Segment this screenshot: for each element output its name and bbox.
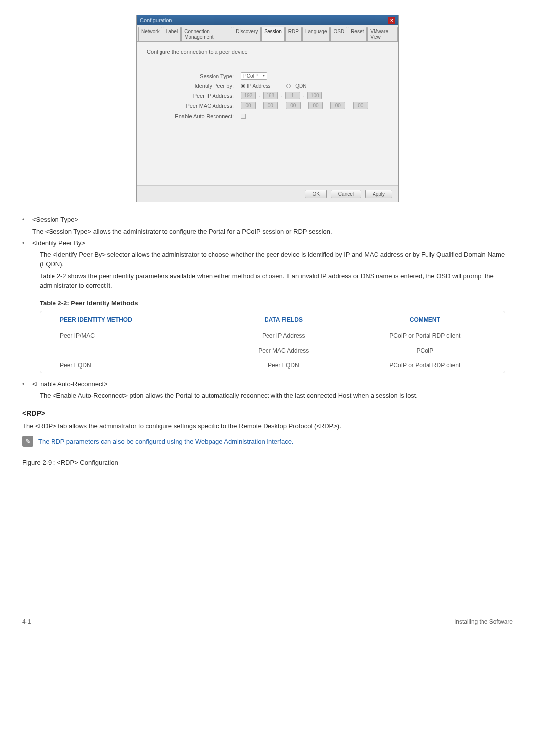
list-item: • <Enable Auto-Reconnect> [22, 379, 513, 389]
dialog-wrapper: Configuration × Network Label Connection… [22, 15, 513, 202]
session-type-select[interactable]: PCoIP [241, 72, 267, 80]
ip-octet[interactable]: 1 [285, 92, 300, 99]
tab-discovery[interactable]: Discovery [233, 27, 261, 41]
bullet-title: <Enable Auto-Reconnect> [32, 379, 513, 389]
dialog-title: Configuration [140, 17, 172, 23]
auto-reconnect-label: Enable Auto-Reconnect: [147, 113, 241, 119]
table-row: Peer MAC Address PCoIP [40, 343, 505, 358]
tab-connection-management[interactable]: Connection Management [181, 27, 232, 41]
mac-octet[interactable]: 00 [241, 102, 256, 109]
dialog-body: Configure the connection to a peer devic… [137, 42, 398, 185]
bullet-icon: • [22, 379, 32, 389]
page-footer: 4-1 Installing the Software [22, 615, 513, 625]
list-item: • <Session Type> [22, 215, 513, 225]
table-title: Table 2-2: Peer Identity Methods [40, 300, 513, 307]
list-item: • <Identify Peer By> [22, 238, 513, 248]
table-row: Peer FQDN Peer FQDN PCoIP or Portal RDP … [40, 358, 505, 373]
peer-mac-label: Peer MAC Address: [147, 103, 241, 109]
table-row: Peer IP/MAC Peer IP Address PCoIP or Por… [40, 328, 505, 343]
table-header: DATA FIELDS [222, 311, 345, 328]
peer-identity-table: PEER IDENTITY METHOD DATA FIELDS COMMENT… [40, 311, 505, 373]
footer-left: 4-1 [22, 618, 31, 625]
peer-ip-value: 192. 168. 1. 100 [241, 92, 322, 99]
tab-language[interactable]: Language [302, 27, 330, 41]
paragraph: The <RDP> tab allows the administrator t… [22, 421, 513, 431]
bullet-icon: • [22, 238, 32, 248]
paragraph: The <Session Type> allows the administra… [32, 227, 513, 237]
dialog-desc: Configure the connection to a peer devic… [147, 49, 388, 55]
figure-label: Figure 2-9 : <RDP> Configuration [22, 459, 513, 466]
tab-session[interactable]: Session [261, 27, 285, 41]
table-wrapper: PEER IDENTITY METHOD DATA FIELDS COMMENT… [40, 311, 513, 373]
bullet-icon: • [22, 215, 32, 225]
table-header: COMMENT [345, 311, 505, 328]
mac-octet[interactable]: 00 [330, 102, 345, 109]
table-header-row: PEER IDENTITY METHOD DATA FIELDS COMMENT [40, 311, 505, 328]
note-icon: ✎ [22, 436, 33, 447]
tab-vmware-view[interactable]: VMware View [367, 27, 398, 41]
mac-octet[interactable]: 00 [308, 102, 323, 109]
mac-octet[interactable]: 00 [353, 102, 368, 109]
tab-rdp[interactable]: RDP [285, 27, 302, 41]
tab-label[interactable]: Label [163, 27, 181, 41]
note-text: The RDP parameters can also be configure… [38, 436, 293, 447]
mac-octet[interactable]: 00 [286, 102, 301, 109]
bullet-title: <Identify Peer By> [32, 238, 513, 248]
footer-right: Installing the Software [454, 618, 513, 625]
session-type-label: Session Type: [147, 73, 241, 79]
auto-reconnect-checkbox[interactable] [241, 114, 246, 119]
ip-octet[interactable]: 168 [263, 92, 278, 99]
cancel-button[interactable]: Cancel [331, 190, 361, 198]
close-icon[interactable]: × [388, 17, 395, 24]
table-header: PEER IDENTITY METHOD [40, 311, 222, 328]
ip-octet[interactable]: 192 [241, 92, 256, 99]
paragraph: Table 2-2 shows the peer identity parame… [40, 271, 513, 291]
dialog-footer: OK Cancel Apply [137, 185, 398, 202]
bullet-title: <Session Type> [32, 215, 513, 225]
ip-octet[interactable]: 100 [307, 92, 322, 99]
section-heading: <RDP> [22, 409, 513, 417]
config-dialog: Configuration × Network Label Connection… [136, 15, 399, 202]
radio-fqdn[interactable]: FQDN [286, 83, 306, 89]
tab-network[interactable]: Network [138, 27, 162, 41]
peer-mac-value: 00- 00- 00- 00- 00- 00 [241, 102, 368, 109]
identify-peer-label: Identify Peer by: [147, 83, 241, 89]
tab-reset[interactable]: Reset [348, 27, 367, 41]
paragraph: The <Enable Auto-Reconnect> ption allows… [40, 391, 513, 401]
ok-button[interactable]: OK [305, 190, 326, 198]
apply-button[interactable]: Apply [365, 190, 392, 198]
radio-ip-address[interactable]: IP Address [241, 83, 270, 89]
note: ✎ The RDP parameters can also be configu… [22, 436, 513, 447]
tab-osd[interactable]: OSD [330, 27, 347, 41]
peer-ip-label: Peer IP Address: [147, 93, 241, 99]
paragraph: The <Identify Peer By> selector allows t… [40, 250, 513, 269]
mac-octet[interactable]: 00 [263, 102, 278, 109]
tab-row: Network Label Connection Management Disc… [137, 25, 398, 42]
titlebar: Configuration × [137, 15, 398, 25]
